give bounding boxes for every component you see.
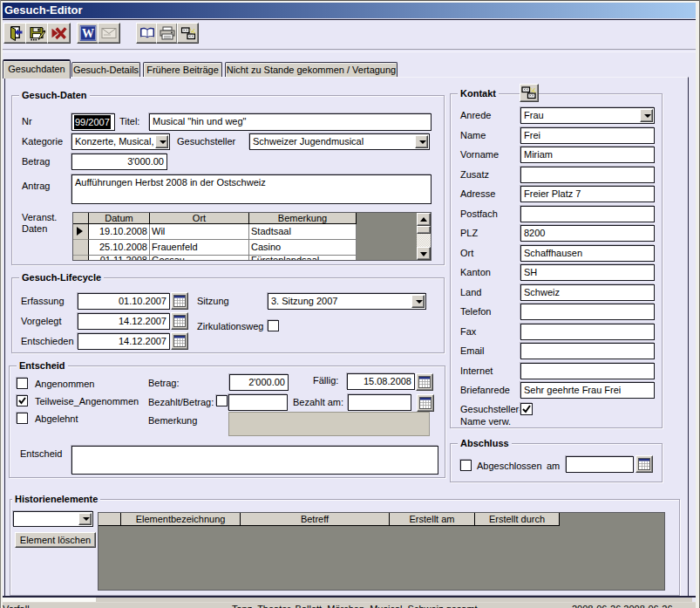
svg-text:W: W: [82, 27, 94, 40]
